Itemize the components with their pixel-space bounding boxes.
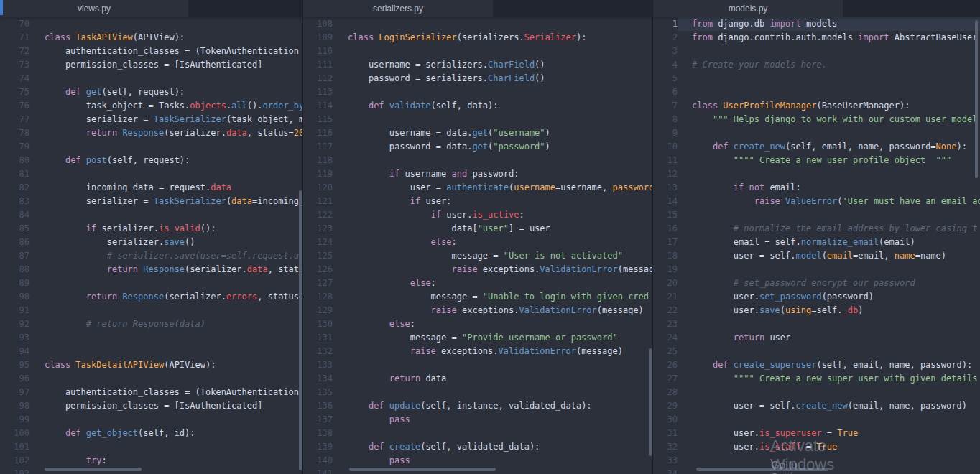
code-line[interactable]: 127 else:: [303, 276, 652, 290]
code-line[interactable]: 70: [0, 17, 302, 31]
code-line[interactable]: 113: [303, 85, 652, 99]
code-line[interactable]: 114 def validate(self, data):: [303, 99, 652, 113]
code-line[interactable]: 22 user.save(using=self._db): [653, 304, 980, 317]
code-line[interactable]: 24 return user: [653, 331, 980, 345]
code-line[interactable]: 23: [653, 317, 980, 331]
code-line[interactable]: 20 # set_password encrypt our password: [653, 276, 980, 290]
code-line[interactable]: 110: [303, 45, 652, 58]
code-line[interactable]: 131 message = "Provide username or passw…: [303, 331, 652, 345]
code-line[interactable]: 95class TaskDetailAPIView(APIView):: [0, 358, 302, 372]
code-line[interactable]: 115: [303, 113, 652, 126]
code-line[interactable]: 8 """ Helps django to work with our cust…: [653, 113, 980, 126]
code-line[interactable]: 21 user.set_password(password): [653, 290, 980, 304]
code-area-models[interactable]: 1from django.db import models2from djang…: [653, 17, 980, 474]
code-line[interactable]: 88 return Response(serializer.data, stat…: [0, 263, 302, 276]
code-line[interactable]: 98 permission_classes = [IsAuthenticated…: [0, 399, 302, 413]
code-line[interactable]: 94: [0, 345, 302, 358]
code-line[interactable]: 18 user = self.model(email=email, name=n…: [653, 249, 980, 263]
code-line[interactable]: 32 user.is_staff = True: [653, 440, 980, 454]
code-line[interactable]: 93: [0, 331, 302, 345]
code-line[interactable]: 124 else:: [303, 236, 652, 249]
code-line[interactable]: 92 # return Response(data): [0, 317, 302, 331]
code-line[interactable]: 136 def update(self, instance, validated…: [303, 399, 652, 413]
code-line[interactable]: 96: [0, 372, 302, 386]
code-line[interactable]: 81: [0, 167, 302, 181]
code-line[interactable]: 74: [0, 72, 302, 85]
code-line[interactable]: 30: [653, 413, 980, 427]
code-line[interactable]: 77 serializer = TaskSerializer(task_obje…: [0, 113, 302, 126]
code-line[interactable]: 29 user = self.create_new(email, name, p…: [653, 399, 980, 413]
code-line[interactable]: 109class LoginSerializer(serializers.Ser…: [303, 31, 652, 45]
code-line[interactable]: 11 """" Create a new user profile object…: [653, 154, 980, 167]
code-line[interactable]: 78 return Response(serializer.data, stat…: [0, 126, 302, 140]
code-line[interactable]: 4# Create your models here.: [653, 58, 980, 72]
code-line[interactable]: 2from django.contrib.auth.models import …: [653, 31, 980, 45]
code-line[interactable]: 16 # normalize the email address by lowe…: [653, 222, 980, 236]
code-line[interactable]: 91: [0, 304, 302, 317]
code-line[interactable]: 15: [653, 208, 980, 222]
code-line[interactable]: 13 if not email:: [653, 181, 980, 195]
code-line[interactable]: 112 password = serializers.CharField(): [303, 72, 652, 85]
code-line[interactable]: 80 def post(self, request):: [0, 154, 302, 167]
code-line[interactable]: 132 raise exceptions.ValidationError(mes…: [303, 345, 652, 358]
code-line[interactable]: 84: [0, 208, 302, 222]
horizontal-scrollbar[interactable]: [696, 468, 828, 471]
code-line[interactable]: 3: [653, 45, 980, 58]
code-line[interactable]: 82 incoming_data = request.data: [0, 181, 302, 195]
code-line[interactable]: 14 raise ValueError('User must have an e…: [653, 195, 980, 208]
code-line[interactable]: 75 def get(self, request):: [0, 85, 302, 99]
code-line[interactable]: 130 else:: [303, 317, 652, 331]
vertical-scrollbar[interactable]: [649, 348, 652, 456]
code-line[interactable]: 72 authentication_classes = (TokenAuthen…: [0, 45, 302, 58]
vertical-scrollbar[interactable]: [975, 20, 978, 178]
tab-serializers-py[interactable]: serializers.py: [303, 0, 493, 17]
code-line[interactable]: 128 message = "Unable to login with give…: [303, 290, 652, 304]
code-line[interactable]: 102 try:: [0, 454, 302, 468]
code-area-views[interactable]: 7071class TaskAPIView(APIView):72 authen…: [0, 17, 302, 474]
code-line[interactable]: 100 def get_object(self, id):: [0, 427, 302, 440]
vertical-scrollbar[interactable]: [299, 190, 302, 470]
horizontal-scrollbar[interactable]: [45, 468, 142, 471]
code-area-serializers[interactable]: 108109class LoginSerializer(serializers.…: [303, 17, 652, 474]
code-line[interactable]: 138: [303, 427, 652, 440]
code-line[interactable]: 25: [653, 345, 980, 358]
code-line[interactable]: 108: [303, 17, 652, 31]
code-line[interactable]: 120 user = authenticate(username=usernam…: [303, 181, 652, 195]
code-line[interactable]: 116 username = data.get("username"): [303, 126, 652, 140]
code-line[interactable]: 19: [653, 263, 980, 276]
code-line[interactable]: 79: [0, 140, 302, 154]
code-line[interactable]: 89: [0, 276, 302, 290]
code-line[interactable]: 99: [0, 413, 302, 427]
code-line[interactable]: 86 serializer.save(): [0, 236, 302, 249]
tab-models-py[interactable]: models.py: [653, 0, 843, 17]
code-line[interactable]: 73 permission_classes = [IsAuthenticated…: [0, 58, 302, 72]
code-line[interactable]: 135: [303, 386, 652, 399]
code-line[interactable]: 76 task_object = Tasks.objects.all().ord…: [0, 99, 302, 113]
horizontal-scrollbar[interactable]: [349, 468, 496, 471]
code-line[interactable]: 85 if serializer.is_valid():: [0, 222, 302, 236]
code-line[interactable]: 10 def create_new(self, email, name, pas…: [653, 140, 980, 154]
code-line[interactable]: 17 email = self.normalize_email(email): [653, 236, 980, 249]
code-line[interactable]: 87 # serializer.save(user=self.request.u: [0, 249, 302, 263]
code-line[interactable]: 101: [0, 440, 302, 454]
code-line[interactable]: 117 password = data.get("password"): [303, 140, 652, 154]
tab-views-py[interactable]: views.py: [0, 0, 188, 17]
code-line[interactable]: 31 user.is_superuser = True: [653, 427, 980, 440]
code-line[interactable]: 1from django.db import models: [653, 17, 980, 31]
code-line[interactable]: 137 pass: [303, 413, 652, 427]
code-line[interactable]: 121 if user:: [303, 195, 652, 208]
code-line[interactable]: 28: [653, 386, 980, 399]
code-line[interactable]: 119 if username and password:: [303, 167, 652, 181]
code-line[interactable]: 90 return Response(serializer.errors, st…: [0, 290, 302, 304]
code-line[interactable]: 7class UserProfileManager(BaseUserManage…: [653, 99, 980, 113]
code-line[interactable]: 26 def create_superuser(self, email, nam…: [653, 358, 980, 372]
code-line[interactable]: 27 """" Create a new super user with giv…: [653, 372, 980, 386]
code-line[interactable]: 6: [653, 85, 980, 99]
code-line[interactable]: 129 raise exceptions.ValidationError(mes…: [303, 304, 652, 317]
code-line[interactable]: 33: [653, 454, 980, 468]
code-line[interactable]: 122 if user.is_active:: [303, 208, 652, 222]
code-line[interactable]: 125 message = "User is not activated": [303, 249, 652, 263]
code-line[interactable]: 140 pass: [303, 454, 652, 468]
code-line[interactable]: 9: [653, 126, 980, 140]
code-line[interactable]: 126 raise exceptions.ValidationError(mes…: [303, 263, 652, 276]
